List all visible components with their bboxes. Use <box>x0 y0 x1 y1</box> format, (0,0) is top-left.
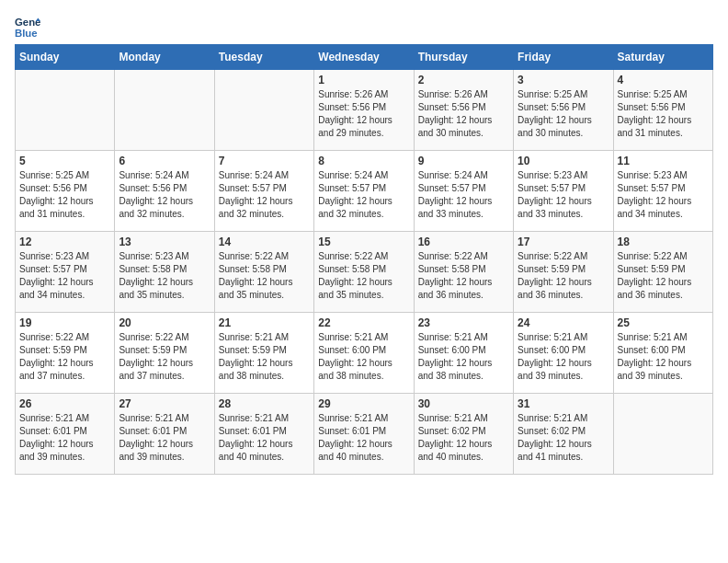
day-number: 4 <box>618 74 709 86</box>
calendar-cell: 13Sunrise: 5:23 AM Sunset: 5:58 PM Dayli… <box>115 232 214 313</box>
day-info: Sunrise: 5:24 AM Sunset: 5:57 PM Dayligh… <box>219 169 310 221</box>
day-number: 13 <box>119 236 210 248</box>
day-info: Sunrise: 5:21 AM Sunset: 6:00 PM Dayligh… <box>318 331 409 383</box>
calendar-cell: 4Sunrise: 5:25 AM Sunset: 5:56 PM Daylig… <box>613 70 712 151</box>
day-info: Sunrise: 5:21 AM Sunset: 6:02 PM Dayligh… <box>418 412 509 464</box>
calendar-cell: 15Sunrise: 5:22 AM Sunset: 5:58 PM Dayli… <box>314 232 414 313</box>
calendar-cell: 18Sunrise: 5:22 AM Sunset: 5:59 PM Dayli… <box>613 232 712 313</box>
day-number: 31 <box>518 397 609 410</box>
weekday-header: Monday <box>115 45 214 70</box>
calendar-cell: 25Sunrise: 5:21 AM Sunset: 6:00 PM Dayli… <box>613 313 712 394</box>
calendar-cell: 29Sunrise: 5:21 AM Sunset: 6:01 PM Dayli… <box>314 394 414 475</box>
calendar-cell: 12Sunrise: 5:23 AM Sunset: 5:57 PM Dayli… <box>16 232 115 313</box>
day-info: Sunrise: 5:21 AM Sunset: 6:00 PM Dayligh… <box>618 331 709 383</box>
day-info: Sunrise: 5:21 AM Sunset: 6:01 PM Dayligh… <box>219 412 310 464</box>
day-info: Sunrise: 5:21 AM Sunset: 6:00 PM Dayligh… <box>418 331 509 383</box>
day-info: Sunrise: 5:23 AM Sunset: 5:57 PM Dayligh… <box>19 250 110 302</box>
day-number: 29 <box>318 397 409 410</box>
day-info: Sunrise: 5:23 AM Sunset: 5:57 PM Dayligh… <box>518 169 609 221</box>
day-info: Sunrise: 5:22 AM Sunset: 5:58 PM Dayligh… <box>318 250 409 302</box>
day-number: 19 <box>19 316 110 329</box>
day-info: Sunrise: 5:22 AM Sunset: 5:59 PM Dayligh… <box>618 250 709 302</box>
calendar-cell <box>214 70 313 151</box>
day-info: Sunrise: 5:25 AM Sunset: 5:56 PM Dayligh… <box>518 88 609 140</box>
day-number: 26 <box>19 397 110 410</box>
day-info: Sunrise: 5:21 AM Sunset: 6:01 PM Dayligh… <box>318 412 409 464</box>
day-info: Sunrise: 5:22 AM Sunset: 5:58 PM Dayligh… <box>418 250 509 302</box>
calendar-cell: 23Sunrise: 5:21 AM Sunset: 6:00 PM Dayli… <box>414 313 513 394</box>
calendar-cell: 27Sunrise: 5:21 AM Sunset: 6:01 PM Dayli… <box>115 394 214 475</box>
calendar-table: SundayMondayTuesdayWednesdayThursdayFrid… <box>15 44 713 475</box>
calendar-cell: 3Sunrise: 5:25 AM Sunset: 5:56 PM Daylig… <box>514 70 613 151</box>
day-info: Sunrise: 5:22 AM Sunset: 5:59 PM Dayligh… <box>518 250 609 302</box>
day-info: Sunrise: 5:22 AM Sunset: 5:59 PM Dayligh… <box>119 331 210 383</box>
svg-text:Blue: Blue <box>15 28 38 39</box>
day-number: 20 <box>119 316 210 329</box>
day-number: 27 <box>119 397 210 410</box>
calendar-cell: 22Sunrise: 5:21 AM Sunset: 6:00 PM Dayli… <box>314 313 414 394</box>
day-number: 12 <box>19 236 110 248</box>
weekday-header: Saturday <box>613 45 712 70</box>
weekday-header: Friday <box>514 45 613 70</box>
day-info: Sunrise: 5:24 AM Sunset: 5:57 PM Dayligh… <box>318 169 409 221</box>
day-info: Sunrise: 5:25 AM Sunset: 5:56 PM Dayligh… <box>618 88 709 140</box>
calendar-cell: 20Sunrise: 5:22 AM Sunset: 5:59 PM Dayli… <box>115 313 214 394</box>
calendar-cell: 17Sunrise: 5:22 AM Sunset: 5:59 PM Dayli… <box>514 232 613 313</box>
day-number: 3 <box>518 74 609 86</box>
day-number: 28 <box>219 397 310 410</box>
calendar-week-row: 19Sunrise: 5:22 AM Sunset: 5:59 PM Dayli… <box>16 313 713 394</box>
day-number: 23 <box>418 316 509 329</box>
calendar-week-row: 12Sunrise: 5:23 AM Sunset: 5:57 PM Dayli… <box>16 232 713 313</box>
calendar-cell <box>16 70 115 151</box>
calendar-cell: 16Sunrise: 5:22 AM Sunset: 5:58 PM Dayli… <box>414 232 513 313</box>
calendar-cell: 10Sunrise: 5:23 AM Sunset: 5:57 PM Dayli… <box>514 151 613 232</box>
day-number: 16 <box>418 236 509 248</box>
day-number: 1 <box>318 74 409 86</box>
svg-text:General: General <box>15 17 40 28</box>
calendar-cell: 24Sunrise: 5:21 AM Sunset: 6:00 PM Dayli… <box>514 313 613 394</box>
day-number: 10 <box>518 155 609 167</box>
day-number: 5 <box>19 155 110 167</box>
day-info: Sunrise: 5:24 AM Sunset: 5:57 PM Dayligh… <box>418 169 509 221</box>
day-info: Sunrise: 5:25 AM Sunset: 5:56 PM Dayligh… <box>19 169 110 221</box>
calendar-cell: 1Sunrise: 5:26 AM Sunset: 5:56 PM Daylig… <box>314 70 414 151</box>
calendar-week-row: 1Sunrise: 5:26 AM Sunset: 5:56 PM Daylig… <box>16 70 713 151</box>
day-number: 21 <box>219 316 310 329</box>
day-number: 8 <box>318 155 409 167</box>
day-info: Sunrise: 5:22 AM Sunset: 5:59 PM Dayligh… <box>19 331 110 383</box>
day-info: Sunrise: 5:21 AM Sunset: 6:01 PM Dayligh… <box>119 412 210 464</box>
calendar-cell: 19Sunrise: 5:22 AM Sunset: 5:59 PM Dayli… <box>16 313 115 394</box>
calendar-week-row: 5Sunrise: 5:25 AM Sunset: 5:56 PM Daylig… <box>16 151 713 232</box>
day-number: 9 <box>418 155 509 167</box>
page-header: General Blue <box>15 15 713 40</box>
calendar-cell: 9Sunrise: 5:24 AM Sunset: 5:57 PM Daylig… <box>414 151 513 232</box>
calendar-cell: 31Sunrise: 5:21 AM Sunset: 6:02 PM Dayli… <box>514 394 613 475</box>
calendar-cell: 11Sunrise: 5:23 AM Sunset: 5:57 PM Dayli… <box>613 151 712 232</box>
day-info: Sunrise: 5:23 AM Sunset: 5:57 PM Dayligh… <box>618 169 709 221</box>
day-number: 25 <box>618 316 709 329</box>
day-number: 17 <box>518 236 609 248</box>
calendar-cell: 21Sunrise: 5:21 AM Sunset: 5:59 PM Dayli… <box>214 313 313 394</box>
weekday-header: Wednesday <box>314 45 414 70</box>
day-info: Sunrise: 5:23 AM Sunset: 5:58 PM Dayligh… <box>119 250 210 302</box>
logo: General Blue <box>15 15 44 40</box>
day-number: 18 <box>618 236 709 248</box>
calendar-cell: 8Sunrise: 5:24 AM Sunset: 5:57 PM Daylig… <box>314 151 414 232</box>
calendar-cell: 28Sunrise: 5:21 AM Sunset: 6:01 PM Dayli… <box>214 394 313 475</box>
day-info: Sunrise: 5:21 AM Sunset: 6:01 PM Dayligh… <box>19 412 110 464</box>
day-number: 15 <box>318 236 409 248</box>
day-info: Sunrise: 5:22 AM Sunset: 5:58 PM Dayligh… <box>219 250 310 302</box>
calendar-cell <box>115 70 214 151</box>
day-number: 14 <box>219 236 310 248</box>
day-number: 24 <box>518 316 609 329</box>
day-info: Sunrise: 5:21 AM Sunset: 5:59 PM Dayligh… <box>219 331 310 383</box>
day-info: Sunrise: 5:24 AM Sunset: 5:56 PM Dayligh… <box>119 169 210 221</box>
day-number: 6 <box>119 155 210 167</box>
day-number: 30 <box>418 397 509 410</box>
calendar-cell: 5Sunrise: 5:25 AM Sunset: 5:56 PM Daylig… <box>16 151 115 232</box>
day-info: Sunrise: 5:21 AM Sunset: 6:02 PM Dayligh… <box>518 412 609 464</box>
calendar-cell: 2Sunrise: 5:26 AM Sunset: 5:56 PM Daylig… <box>414 70 513 151</box>
calendar-cell: 7Sunrise: 5:24 AM Sunset: 5:57 PM Daylig… <box>214 151 313 232</box>
day-info: Sunrise: 5:26 AM Sunset: 5:56 PM Dayligh… <box>318 88 409 140</box>
calendar-cell <box>613 394 712 475</box>
